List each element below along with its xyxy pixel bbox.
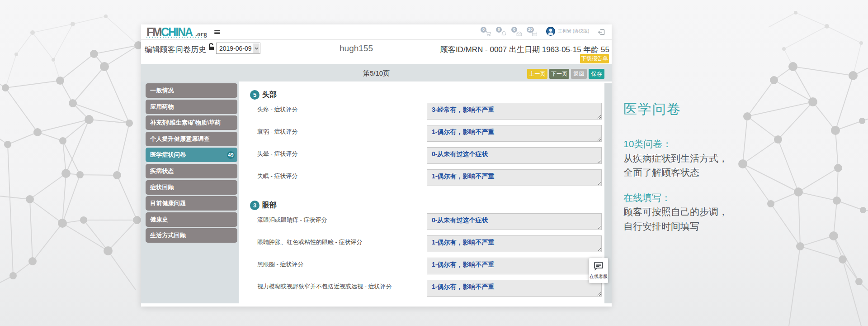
avatar — [546, 27, 555, 36]
sidebar-item-badge: 49 — [227, 151, 235, 159]
sidebar-item[interactable]: 目前健康问题 — [146, 196, 237, 211]
answer-textarea[interactable]: 1-偶尔有，影响不严重 — [427, 169, 602, 186]
sidebar-item[interactable]: 生活方式回顾 — [146, 228, 237, 243]
answer-textarea[interactable]: 0-从未有过这个症状 — [427, 213, 602, 230]
answer-textarea[interactable]: 1-偶尔有，影响不严重 — [427, 125, 602, 142]
messages-button[interactable]: 0 — [513, 26, 522, 38]
notifications-button[interactable]: 0 — [497, 26, 506, 38]
save-button[interactable]: 保存 — [589, 69, 604, 79]
content-area: 一般情况 应用药物 补充剂\维生素\矿物质\草药 个人提升健康意愿调查 — [141, 82, 612, 303]
online-service-label: 在线客服 — [589, 273, 608, 280]
sidebar-item-label: 补充剂\维生素\矿物质\草药 — [150, 119, 221, 126]
question-row: 头疼 - 症状评分 3-经常有，影响不严重 — [257, 103, 604, 120]
app-panel: FMCHINA.org 0 0 0 — [141, 24, 612, 307]
answer-textarea[interactable]: 3-经常有，影响不严重 — [427, 103, 602, 120]
sidebar-item-label: 疾病状态 — [150, 168, 174, 174]
question-label: 流眼泪或眼睛痒 - 症状评分 — [257, 216, 327, 224]
page-title: 编辑顾客问卷历史 — [145, 44, 206, 55]
notifications-badge: 0 — [496, 27, 502, 33]
app-header: FMCHINA.org 0 0 0 — [141, 24, 612, 40]
section-title: 眼部 — [262, 201, 277, 210]
sidebar-item[interactable]: 症状回顾 — [146, 180, 237, 195]
answer-textarea[interactable]: 1-偶尔有，影响不严重 — [427, 235, 602, 252]
sidebar-item[interactable]: 疾病状态 — [146, 164, 237, 178]
aside-block-2: 在线填写： 顾客可按照自己的步调， 自行安排时间填写 — [623, 191, 863, 234]
online-service-widget[interactable]: 在线客服 — [589, 258, 608, 283]
question-row: 衰弱 - 症状评分 1-偶尔有，影响不严重 — [257, 125, 604, 142]
questionnaire-main: 5 头部 头疼 - 症状评分 3-经常有，影响不严重 衰弱 - 症状评分 — [239, 82, 604, 303]
cart-icon — [486, 31, 491, 37]
cart-button[interactable]: 0 — [482, 26, 491, 38]
question-row: 眼睛肿胀、红色或粘性的眼睑 - 症状评分 1-偶尔有，影响不严重 — [257, 235, 604, 252]
sidebar-item-label: 健康史 — [150, 216, 168, 223]
sidebar-item-label: 生活方式回顾 — [150, 232, 186, 239]
bell-icon — [501, 31, 507, 37]
sidebar-item-label: 个人提升健康意愿调查 — [150, 135, 210, 142]
sidebar-item-label: 目前健康问题 — [150, 200, 186, 206]
logout-icon — [598, 28, 606, 36]
patient-info: 顾客ID/MRN - 0007 出生日期 1963-05-15 年龄 55 — [440, 44, 609, 55]
sidebar-item[interactable]: 应用药物 — [146, 100, 237, 114]
chat-bubble-icon — [594, 262, 604, 271]
user-name: 王树岩 (协议版) — [558, 28, 589, 34]
question-row: 视力模糊或视野狭窄并不包括近视或远视 - 症状评分 1-偶尔有，影响不严重 — [257, 280, 604, 297]
sidebar-item-label: 一般情况 — [150, 87, 174, 94]
question-label: 视力模糊或视野狭窄并不包括近视或远视 - 症状评分 — [257, 283, 392, 291]
pagination-buttons: 上一页 下一页 返回 保存 — [527, 69, 604, 79]
question-label: 眼睛肿胀、红色或粘性的眼睑 - 症状评分 — [257, 238, 363, 246]
sidebar-item-label: 应用药物 — [150, 103, 174, 110]
answer-textarea[interactable]: 1-偶尔有，影响不严重 — [427, 280, 602, 297]
section-number-badge: 5 — [250, 90, 259, 100]
sidebar-item[interactable]: 健康史 — [146, 212, 237, 227]
question-label: 衰弱 - 症状评分 — [257, 128, 298, 136]
app-subheader: 编辑顾客问卷历史 2019-06-09 hugh155 顾客ID/MRN - 0… — [141, 40, 612, 64]
user-avatar-icon — [546, 27, 555, 36]
aside-line: 顾客可按照自己的步调， — [623, 205, 863, 219]
question-label: 失眠 - 症状评分 — [257, 172, 298, 180]
section-title: 头部 — [262, 90, 277, 100]
chevron-down-icon — [255, 47, 259, 50]
panel-footer — [141, 303, 612, 307]
answer-textarea[interactable]: 0-从未有过这个症状 — [427, 147, 602, 164]
aside-line: 从疾病症状到生活方式， — [623, 151, 863, 166]
aside-description: 医学问卷 10类问卷： 从疾病症状到生活方式， 全面了解顾客状态 在线填写： 顾… — [623, 100, 863, 233]
customer-username: hugh155 — [311, 43, 401, 53]
sidebar-item-label: 医学症状问卷 — [150, 151, 186, 158]
question-label: 头晕 - 症状评分 — [257, 150, 298, 158]
question-row: 黑眼圈 - 症状评分 1-偶尔有，影响不严重 — [257, 258, 604, 274]
sidebar: 一般情况 应用药物 补充剂\维生素\矿物质\草药 个人提升健康意愿调查 — [141, 82, 239, 303]
back-button[interactable]: 返回 — [571, 69, 587, 79]
date-select[interactable]: 2019-06-09 — [216, 43, 260, 54]
answer-textarea[interactable]: 1-偶尔有，影响不严重 — [427, 258, 602, 274]
logo-underline — [146, 37, 202, 38]
header-toolbar: 0 0 0 20 — [482, 26, 537, 38]
next-page-button[interactable]: 下一页 — [549, 69, 569, 79]
date-select-value: 2019-06-09 — [219, 45, 252, 52]
sidebar-item[interactable]: 一般情况 — [146, 83, 237, 98]
question-row: 头晕 - 症状评分 0-从未有过这个症状 — [257, 147, 604, 164]
select-arrow — [253, 43, 259, 53]
aside-line: 全面了解顾客状态 — [623, 165, 863, 180]
prev-page-button[interactable]: 上一页 — [527, 69, 547, 79]
sidebar-item[interactable]: 补充剂\维生素\矿物质\草药 — [146, 115, 237, 130]
aside-title: 医学问卷 — [623, 100, 863, 118]
calendar-button[interactable]: 20 — [528, 26, 537, 38]
question-row: 流眼泪或眼睛痒 - 症状评分 0-从未有过这个症状 — [257, 213, 604, 230]
hamburger-menu-icon[interactable] — [214, 30, 220, 34]
aside-heading: 10类问卷： — [623, 137, 863, 151]
sidebar-item[interactable]: 个人提升健康意愿调查 — [146, 132, 237, 146]
question-label: 头疼 - 症状评分 — [257, 105, 298, 114]
cart-badge: 0 — [481, 27, 486, 33]
download-report-button[interactable]: 下载报告单 — [580, 54, 609, 63]
question-row: 失眠 - 症状评分 1-偶尔有，影响不严重 — [257, 169, 604, 186]
logout-button[interactable] — [598, 28, 606, 36]
section-number-badge: 3 — [250, 201, 259, 210]
question-label: 黑眼圈 - 症状评分 — [257, 260, 304, 268]
user-menu[interactable]: 王树岩 (协议版) — [546, 27, 589, 36]
section-header: 5 头部 — [250, 90, 604, 100]
mail-icon — [516, 31, 522, 37]
messages-badge: 0 — [511, 27, 517, 33]
lock-icon — [208, 43, 215, 51]
calendar-badge: 20 — [527, 27, 534, 33]
sidebar-item[interactable]: 医学症状问卷 49 — [146, 148, 237, 162]
